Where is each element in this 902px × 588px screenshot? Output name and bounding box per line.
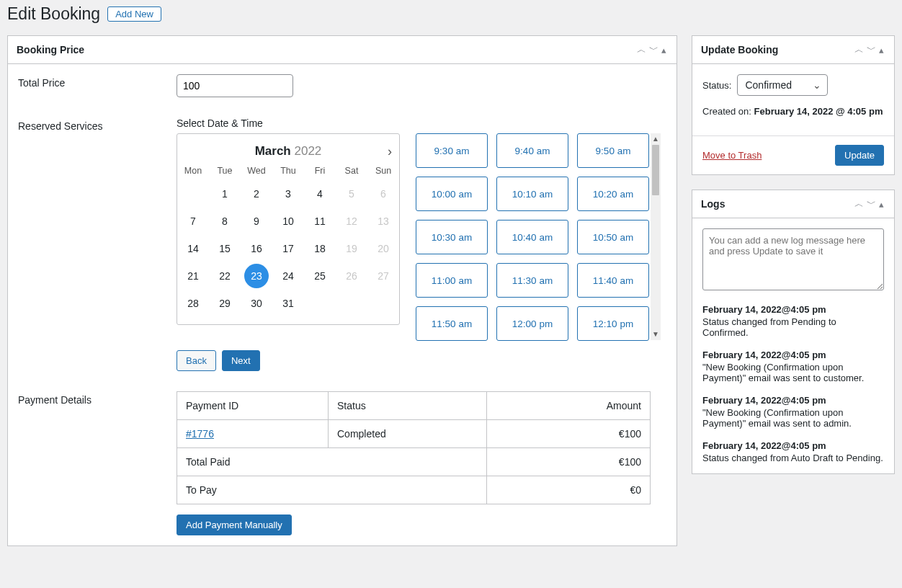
calendar-day: 5: [336, 180, 367, 208]
calendar-day[interactable]: 18: [304, 235, 336, 262]
chevron-up-icon[interactable]: ︿: [853, 43, 865, 56]
calendar-dow: Sat: [336, 161, 367, 180]
calendar-day: 6: [367, 180, 399, 208]
timeslot[interactable]: 12:10 pm: [577, 306, 649, 341]
timeslot[interactable]: 10:50 am: [577, 220, 649, 254]
page-title: Edit Booking: [7, 4, 100, 24]
calendar-next-icon[interactable]: ›: [388, 144, 392, 159]
timeslot[interactable]: 11:00 am: [416, 263, 488, 298]
col-payment-id: Payment ID: [177, 392, 329, 420]
calendar-day[interactable]: 29: [209, 290, 241, 317]
calendar-day[interactable]: 9: [241, 208, 272, 235]
payment-amount: €100: [487, 420, 651, 448]
calendar-day[interactable]: 1: [209, 180, 241, 208]
log-textarea[interactable]: [702, 228, 884, 290]
calendar-day: 19: [336, 235, 367, 262]
calendar-day[interactable]: 28: [177, 290, 209, 317]
timeslot[interactable]: 10:40 am: [496, 220, 568, 254]
calendar-day[interactable]: 8: [209, 208, 241, 235]
calendar-day[interactable]: 21: [177, 262, 209, 290]
scroll-thumb[interactable]: [652, 145, 659, 195]
timeslot[interactable]: 11:50 am: [416, 306, 488, 341]
scroll-down-icon[interactable]: ▼: [651, 329, 661, 340]
calendar-day[interactable]: 7: [177, 208, 209, 235]
add-new-button[interactable]: Add New: [107, 6, 161, 22]
calendar-day[interactable]: 25: [304, 262, 336, 290]
calendar-day[interactable]: 14: [177, 235, 209, 262]
col-amount: Amount: [487, 392, 651, 420]
calendar-day[interactable]: 16: [241, 235, 272, 262]
calendar-day[interactable]: 3: [272, 180, 304, 208]
calendar-day[interactable]: 10: [272, 208, 304, 235]
calendar-day[interactable]: 23: [241, 262, 272, 290]
log-timestamp: February 14, 2022@4:05 pm: [702, 395, 884, 406]
total-price-input[interactable]: [177, 74, 293, 97]
update-booking-panel: Update Booking ︿ ﹀ ▴ Status: Confirmed ⌄…: [692, 35, 895, 175]
timeslot[interactable]: 9:50 am: [577, 133, 649, 168]
log-timestamp: February 14, 2022@4:05 pm: [702, 304, 884, 315]
timeslot[interactable]: 9:40 am: [496, 133, 568, 168]
calendar-day[interactable]: 22: [209, 262, 241, 290]
calendar-dow: Tue: [209, 161, 241, 180]
payment-status: Completed: [329, 420, 487, 448]
log-message: Status changed from Pending to Confirmed…: [702, 316, 884, 338]
chevron-down-icon: ⌄: [813, 79, 821, 91]
log-entry: February 14, 2022@4:05 pmStatus changed …: [702, 304, 884, 338]
timeslot[interactable]: 10:20 am: [577, 177, 649, 211]
chevron-up-icon[interactable]: ︿: [853, 197, 865, 210]
timeslot[interactable]: 12:00 pm: [496, 306, 568, 341]
total-paid-value: €100: [487, 448, 651, 476]
chevron-down-icon[interactable]: ﹀: [648, 43, 660, 56]
panel-title-logs: Logs: [701, 198, 853, 210]
chevron-down-icon[interactable]: ﹀: [865, 197, 878, 210]
chevron-down-icon[interactable]: ﹀: [865, 43, 878, 56]
calendar-day[interactable]: 30: [241, 290, 272, 317]
status-select[interactable]: Confirmed ⌄: [737, 74, 828, 96]
select-datetime-label: Select Date & Time: [177, 117, 666, 129]
total-paid-label: Total Paid: [177, 448, 487, 476]
calendar-day: [177, 180, 209, 208]
calendar-dow: Mon: [177, 161, 209, 180]
calendar-day[interactable]: 17: [272, 235, 304, 262]
triangle-up-icon[interactable]: ▴: [660, 45, 668, 55]
log-timestamp: February 14, 2022@4:05 pm: [702, 349, 884, 360]
triangle-up-icon[interactable]: ▴: [878, 199, 885, 210]
timeslot[interactable]: 9:30 am: [416, 133, 488, 168]
log-message: "New Booking (Confirmation upon Payment)…: [702, 362, 884, 383]
calendar-day[interactable]: 24: [272, 262, 304, 290]
payment-details-label: Payment Details: [18, 391, 177, 406]
created-on-label: Created on:: [702, 106, 751, 117]
move-to-trash-link[interactable]: Move to Trash: [702, 150, 762, 161]
payment-id-link[interactable]: #1776: [186, 428, 214, 440]
add-payment-button[interactable]: Add Payment Manually: [177, 514, 292, 535]
timeslot[interactable]: 11:30 am: [496, 263, 568, 298]
timeslot[interactable]: 10:30 am: [416, 220, 488, 254]
scroll-up-icon[interactable]: ▲: [651, 133, 661, 145]
calendar-dow: Sun: [367, 161, 399, 180]
timeslot[interactable]: 11:40 am: [577, 263, 649, 298]
calendar-dow: Wed: [241, 161, 272, 180]
calendar-day[interactable]: 2: [241, 180, 272, 208]
calendar-day[interactable]: 11: [304, 208, 336, 235]
calendar-day[interactable]: 15: [209, 235, 241, 262]
booking-price-panel: Booking Price ︿ ﹀ ▴ Total Price Reserved…: [7, 35, 677, 546]
calendar-day[interactable]: 4: [304, 180, 336, 208]
back-button[interactable]: Back: [177, 350, 216, 371]
update-button[interactable]: Update: [835, 145, 884, 166]
timeslot[interactable]: 10:10 am: [496, 177, 568, 211]
panel-title-update-booking: Update Booking: [701, 44, 853, 55]
chevron-up-icon[interactable]: ︿: [635, 43, 648, 56]
timeslot[interactable]: 10:00 am: [416, 177, 488, 211]
timeslot-scrollbar[interactable]: ▲ ▼: [651, 133, 661, 340]
triangle-up-icon[interactable]: ▴: [878, 45, 885, 55]
col-status: Status: [329, 392, 487, 420]
calendar-day: 27: [367, 262, 399, 290]
total-price-label: Total Price: [18, 74, 177, 89]
status-value: Confirmed: [745, 79, 792, 91]
calendar-day: 13: [367, 208, 399, 235]
calendar-day: 20: [367, 235, 399, 262]
log-message: "New Booking (Confirmation upon Payment)…: [702, 407, 884, 429]
calendar-day[interactable]: 31: [272, 290, 304, 317]
next-button[interactable]: Next: [222, 350, 260, 371]
reserved-services-label: Reserved Services: [18, 117, 177, 132]
